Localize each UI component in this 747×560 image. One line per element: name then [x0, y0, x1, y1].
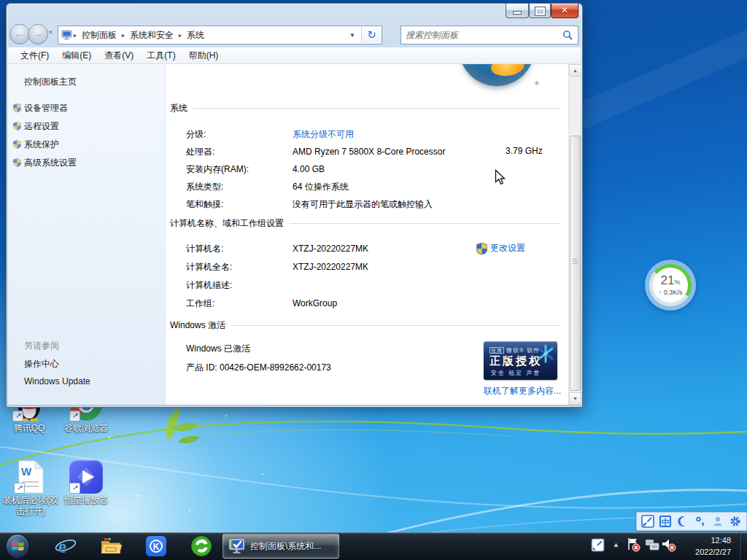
system-window: ✕ ← → ▾ ▸ 控制面板 ▸ 系统和安全 ▸ 系统 ▼ ↻ — [6, 3, 583, 408]
desktop-icon-label: 腾讯QQ — [14, 423, 45, 434]
activation-status: Windows 已激活 — [186, 343, 250, 355]
sidebar: 控制面板主页 设备管理器 远程设置 系统保护 高级系 — [8, 64, 166, 405]
clock-time: 12:48 — [678, 534, 731, 546]
close-icon: ✕ — [551, 4, 578, 17]
search-box — [400, 26, 578, 44]
menu-help[interactable]: 帮助(H) — [182, 50, 225, 62]
scroll-up-icon: ▲ — [573, 68, 578, 73]
scrollbar-thumb[interactable] — [570, 136, 581, 391]
refresh-icon: ↻ — [367, 28, 376, 41]
taskbar-ie-icon[interactable]: e — [54, 534, 77, 558]
sidebar-item-remote-settings[interactable]: 远程设置 — [24, 120, 59, 133]
active-window-title: 控制面板\系统和... — [250, 540, 321, 553]
cpu-speed: 3.79 GHz — [506, 146, 543, 156]
windows-orb-logo — [459, 64, 535, 86]
clock-date: 2022/2/27 — [678, 546, 731, 558]
uac-shield-icon — [13, 158, 21, 167]
memory-percent: 21% — [661, 275, 681, 288]
windows-flag-icon — [11, 540, 25, 553]
sidebar-item-home[interactable]: 控制面板主页 — [24, 76, 77, 88]
menu-bar: 文件(F) 编辑(E) 查看(V) 工具(T) 帮助(H) — [8, 47, 581, 64]
menu-edit[interactable]: 编辑(E) — [55, 50, 98, 62]
genuine-microsoft-badge: 使用微软® 软件 正版授权 安全 稳定 声誉 — [484, 341, 557, 380]
row-ram: 安装内存(RAM):4.00 GB — [186, 163, 325, 176]
tray-clock[interactable]: 12:48 2022/2/27 — [678, 534, 738, 558]
scroll-down-button[interactable]: ▼ — [569, 392, 581, 405]
ime-punctuation-icon[interactable] — [693, 514, 708, 529]
minimize-button[interactable] — [506, 4, 529, 18]
back-arrow-icon: ← — [15, 28, 25, 39]
taskbar-active-window-button[interactable]: 控制面板\系统和... — [222, 534, 339, 559]
row-description: 计算机描述: — [186, 279, 293, 292]
scroll-up-button[interactable]: ▲ — [569, 64, 581, 77]
system-page-content: ® 系统 分级:系统分级不可用 处理器:AMD Ryzen 7 5800X 8-… — [166, 64, 568, 405]
desktop-icon-player[interactable]: ↗ 恒星播放器 — [57, 459, 115, 506]
desktop-icon-readme[interactable]: W ↗ 装机后必读(双击打开) — [0, 459, 61, 517]
row-workgroup: 工作组:WorkGroup — [186, 298, 337, 310]
show-desktop-button[interactable] — [739, 532, 747, 560]
uac-shield-icon — [13, 140, 21, 149]
tray-action-center-icon[interactable] — [626, 537, 640, 556]
start-button[interactable] — [6, 534, 29, 558]
address-bar[interactable]: ▸ 控制面板 ▸ 系统和安全 ▸ 系统 ▼ ↻ — [58, 26, 382, 44]
sidebar-item-system-protection[interactable]: 系统保护 — [24, 139, 59, 151]
minimize-icon — [513, 11, 522, 15]
vertical-scrollbar[interactable]: ▲ ▼ — [568, 64, 581, 405]
search-input[interactable] — [401, 30, 562, 40]
learn-more-link[interactable]: 联机了解更多内容... — [484, 385, 561, 397]
forward-button[interactable]: → — [28, 24, 48, 44]
uac-shield-icon — [476, 243, 487, 254]
taskbar-green-browser-icon[interactable] — [190, 534, 213, 558]
ime-mode-toggle[interactable]: 中 — [658, 514, 673, 529]
shortcut-arrow-icon: ↗ — [12, 411, 23, 421]
uac-shield-icon — [13, 122, 21, 131]
taskbar-k-app-icon[interactable]: K — [144, 534, 168, 558]
up-arrow-icon: ↑ — [659, 289, 662, 296]
row-pen-touch: 笔和触摸:没有可用于此显示器的笔或触控输入 — [186, 198, 433, 211]
sidebar-item-windows-update[interactable]: Windows Update — [24, 376, 90, 386]
scroll-down-icon: ▼ — [573, 396, 578, 401]
sidebar-item-action-center[interactable]: 操作中心 — [24, 358, 59, 370]
ime-settings-gear-icon[interactable] — [728, 514, 743, 529]
registered-mark: ® — [535, 80, 539, 87]
row-system-type: 系统类型:64 位操作系统 — [186, 181, 349, 193]
back-button[interactable]: ← — [9, 24, 30, 44]
ime-user-icon[interactable] — [711, 514, 725, 529]
refresh-button[interactable]: ↻ — [361, 27, 382, 43]
sidebar-item-device-manager[interactable]: 设备管理器 — [24, 102, 68, 114]
desktop-icon-label: 谷歌浏览器 — [64, 423, 108, 434]
rating-unavailable-link[interactable]: 系统分级不可用 — [293, 129, 354, 139]
breadcrumb-control-panel[interactable]: 控制面板 — [77, 29, 121, 42]
desktop: ↗ 腾讯QQ ↗ 谷歌浏览器 W ↗ 装机后必读(双击打开) — [0, 0, 747, 560]
ime-speed-gauge-icon[interactable] — [640, 514, 655, 529]
menu-file[interactable]: 文件(F) — [14, 50, 55, 62]
shortcut-arrow-icon: ↗ — [69, 411, 80, 421]
speed-ball-widget[interactable]: 21% ↑ 0.3K/s — [645, 260, 696, 311]
sidebar-see-also-header: 另请参阅 — [24, 340, 59, 352]
row-rating: 分级:系统分级不可用 — [186, 128, 354, 141]
search-icon[interactable] — [562, 30, 573, 41]
change-settings-link[interactable]: 更改设置 — [476, 242, 525, 254]
breadcrumb-system[interactable]: 系统 — [182, 29, 209, 42]
svg-text:e: e — [58, 537, 66, 556]
ime-toolbar: 中 — [636, 512, 747, 531]
row-computer-name: 计算机名:XTZJ-20220227MK — [186, 243, 368, 255]
nav-history-dropdown[interactable]: ▾ — [49, 28, 53, 36]
section-header-system: 系统 — [170, 102, 561, 114]
tray-volume-muted-icon[interactable] — [661, 537, 676, 556]
menu-tools[interactable]: 工具(T) — [140, 50, 182, 62]
taskbar-explorer-icon[interactable] — [99, 534, 123, 558]
tray-network-icon[interactable] — [645, 539, 659, 554]
desktop-icon-label: 装机后必读(双击打开) — [0, 495, 61, 517]
sidebar-item-advanced-settings[interactable]: 高级系统设置 — [24, 157, 77, 169]
close-button[interactable]: ✕ — [551, 4, 578, 18]
maximize-button[interactable] — [529, 4, 551, 18]
address-dropdown-icon[interactable]: ▼ — [344, 32, 361, 39]
tray-speed-gauge-icon[interactable] — [591, 538, 605, 555]
tray-expand-icon[interactable]: ▲ — [613, 541, 619, 548]
svg-text:W: W — [21, 465, 32, 478]
menu-view[interactable]: 查看(V) — [98, 50, 140, 62]
breadcrumb-system-security[interactable]: 系统和安全 — [125, 29, 178, 42]
ime-fullwidth-moon-icon[interactable] — [676, 514, 690, 529]
maximize-icon — [535, 7, 545, 15]
